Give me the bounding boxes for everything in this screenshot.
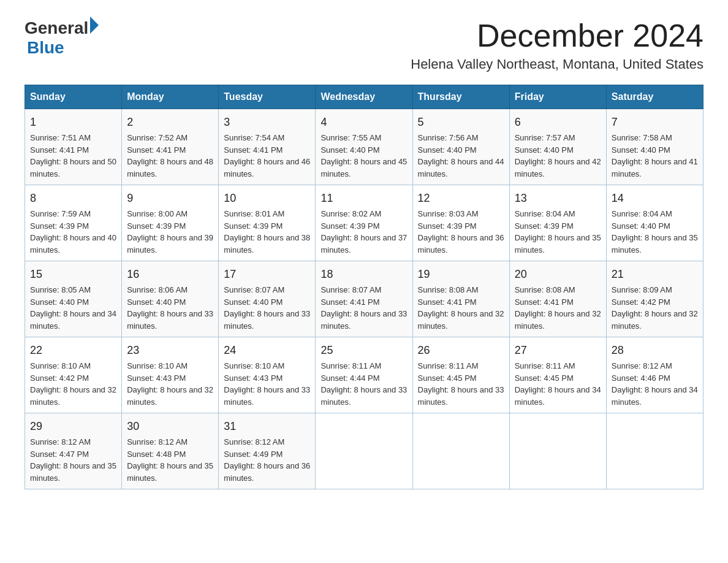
calendar-cell: 6 Sunrise: 7:57 AMSunset: 4:40 PMDayligh… xyxy=(509,109,606,185)
day-info: Sunrise: 8:10 AMSunset: 4:43 PMDaylight:… xyxy=(127,361,213,407)
day-info: Sunrise: 8:12 AMSunset: 4:47 PMDaylight:… xyxy=(30,437,116,483)
calendar-week-row: 29 Sunrise: 8:12 AMSunset: 4:47 PMDaylig… xyxy=(25,413,703,489)
day-number: 22 xyxy=(30,342,116,359)
calendar-cell xyxy=(606,413,703,489)
day-number: 3 xyxy=(224,114,310,131)
day-number: 6 xyxy=(515,114,601,131)
location-title: Helena Valley Northeast, Montana, United… xyxy=(411,56,703,72)
day-number: 17 xyxy=(224,266,310,283)
day-info: Sunrise: 8:08 AMSunset: 4:41 PMDaylight:… xyxy=(515,285,601,331)
calendar-cell: 17 Sunrise: 8:07 AMSunset: 4:40 PMDaylig… xyxy=(219,261,316,337)
day-info: Sunrise: 8:07 AMSunset: 4:40 PMDaylight:… xyxy=(224,285,310,331)
calendar-table: SundayMondayTuesdayWednesdayThursdayFrid… xyxy=(25,85,703,489)
day-info: Sunrise: 7:58 AMSunset: 4:40 PMDaylight:… xyxy=(612,133,698,178)
page-header: General Blue December 2024 Helena Valley… xyxy=(25,18,703,72)
calendar-cell: 11 Sunrise: 8:02 AMSunset: 4:39 PMDaylig… xyxy=(316,185,412,261)
day-info: Sunrise: 8:06 AMSunset: 4:40 PMDaylight:… xyxy=(127,285,213,331)
day-info: Sunrise: 8:10 AMSunset: 4:42 PMDaylight:… xyxy=(30,361,116,407)
day-info: Sunrise: 7:54 AMSunset: 4:41 PMDaylight:… xyxy=(224,133,310,178)
day-info: Sunrise: 7:59 AMSunset: 4:39 PMDaylight:… xyxy=(30,209,116,255)
day-number: 15 xyxy=(30,266,116,283)
day-number: 9 xyxy=(127,190,213,207)
header-monday: Monday xyxy=(122,85,219,109)
logo-triangle-icon xyxy=(90,17,99,34)
calendar-cell: 25 Sunrise: 8:11 AMSunset: 4:44 PMDaylig… xyxy=(316,337,412,413)
day-info: Sunrise: 8:03 AMSunset: 4:39 PMDaylight:… xyxy=(418,209,504,255)
day-info: Sunrise: 7:57 AMSunset: 4:40 PMDaylight:… xyxy=(515,133,601,178)
calendar-cell: 1 Sunrise: 7:51 AMSunset: 4:41 PMDayligh… xyxy=(25,109,122,185)
calendar-cell: 18 Sunrise: 8:07 AMSunset: 4:41 PMDaylig… xyxy=(316,261,412,337)
day-number: 29 xyxy=(30,418,116,435)
header-thursday: Thursday xyxy=(412,85,509,109)
day-info: Sunrise: 8:04 AMSunset: 4:39 PMDaylight:… xyxy=(515,209,601,255)
day-number: 8 xyxy=(30,190,116,207)
day-number: 24 xyxy=(224,342,310,359)
day-info: Sunrise: 8:11 AMSunset: 4:44 PMDaylight:… xyxy=(320,361,407,407)
day-info: Sunrise: 8:12 AMSunset: 4:49 PMDaylight:… xyxy=(224,437,310,483)
day-number: 11 xyxy=(320,190,407,207)
logo: General Blue xyxy=(25,18,99,58)
calendar-cell: 16 Sunrise: 8:06 AMSunset: 4:40 PMDaylig… xyxy=(122,261,219,337)
day-number: 7 xyxy=(612,114,698,131)
calendar-week-row: 15 Sunrise: 8:05 AMSunset: 4:40 PMDaylig… xyxy=(25,261,703,337)
day-number: 20 xyxy=(515,266,601,283)
calendar-header-row: SundayMondayTuesdayWednesdayThursdayFrid… xyxy=(25,85,703,109)
day-info: Sunrise: 8:02 AMSunset: 4:39 PMDaylight:… xyxy=(320,209,407,255)
day-info: Sunrise: 8:04 AMSunset: 4:40 PMDaylight:… xyxy=(612,209,698,255)
day-number: 19 xyxy=(418,266,504,283)
day-number: 13 xyxy=(515,190,601,207)
day-number: 28 xyxy=(612,342,698,359)
calendar-cell: 29 Sunrise: 8:12 AMSunset: 4:47 PMDaylig… xyxy=(25,413,122,489)
calendar-cell: 19 Sunrise: 8:08 AMSunset: 4:41 PMDaylig… xyxy=(412,261,509,337)
header-sunday: Sunday xyxy=(25,85,122,109)
calendar-week-row: 22 Sunrise: 8:10 AMSunset: 4:42 PMDaylig… xyxy=(25,337,703,413)
day-number: 18 xyxy=(320,266,407,283)
day-number: 16 xyxy=(127,266,213,283)
day-number: 4 xyxy=(320,114,407,131)
day-info: Sunrise: 8:00 AMSunset: 4:39 PMDaylight:… xyxy=(127,209,213,255)
day-info: Sunrise: 7:56 AMSunset: 4:40 PMDaylight:… xyxy=(418,133,504,178)
calendar-cell: 8 Sunrise: 7:59 AMSunset: 4:39 PMDayligh… xyxy=(25,185,122,261)
calendar-cell xyxy=(316,413,412,489)
logo-blue-text: Blue xyxy=(27,38,64,57)
day-number: 14 xyxy=(612,190,698,207)
calendar-cell xyxy=(412,413,509,489)
day-number: 5 xyxy=(418,114,504,131)
calendar-cell: 2 Sunrise: 7:52 AMSunset: 4:41 PMDayligh… xyxy=(122,109,219,185)
day-info: Sunrise: 8:12 AMSunset: 4:46 PMDaylight:… xyxy=(612,361,698,407)
calendar-cell: 13 Sunrise: 8:04 AMSunset: 4:39 PMDaylig… xyxy=(509,185,606,261)
logo-general-text: General xyxy=(25,18,88,38)
day-info: Sunrise: 7:52 AMSunset: 4:41 PMDaylight:… xyxy=(127,133,213,178)
calendar-cell: 28 Sunrise: 8:12 AMSunset: 4:46 PMDaylig… xyxy=(606,337,703,413)
day-info: Sunrise: 8:11 AMSunset: 4:45 PMDaylight:… xyxy=(515,361,601,407)
day-number: 27 xyxy=(515,342,601,359)
calendar-cell: 14 Sunrise: 8:04 AMSunset: 4:40 PMDaylig… xyxy=(606,185,703,261)
calendar-cell: 24 Sunrise: 8:10 AMSunset: 4:43 PMDaylig… xyxy=(219,337,316,413)
calendar-week-row: 8 Sunrise: 7:59 AMSunset: 4:39 PMDayligh… xyxy=(25,185,703,261)
day-number: 10 xyxy=(224,190,310,207)
day-info: Sunrise: 8:10 AMSunset: 4:43 PMDaylight:… xyxy=(224,361,310,407)
day-number: 1 xyxy=(30,114,116,131)
day-info: Sunrise: 8:12 AMSunset: 4:48 PMDaylight:… xyxy=(127,437,213,483)
day-number: 26 xyxy=(418,342,504,359)
calendar-cell: 27 Sunrise: 8:11 AMSunset: 4:45 PMDaylig… xyxy=(509,337,606,413)
calendar-cell: 12 Sunrise: 8:03 AMSunset: 4:39 PMDaylig… xyxy=(412,185,509,261)
calendar-cell: 3 Sunrise: 7:54 AMSunset: 4:41 PMDayligh… xyxy=(219,109,316,185)
calendar-cell: 5 Sunrise: 7:56 AMSunset: 4:40 PMDayligh… xyxy=(412,109,509,185)
calendar-cell: 30 Sunrise: 8:12 AMSunset: 4:48 PMDaylig… xyxy=(122,413,219,489)
month-year-title: December 2024 xyxy=(411,18,703,53)
day-number: 30 xyxy=(127,418,213,435)
calendar-cell: 4 Sunrise: 7:55 AMSunset: 4:40 PMDayligh… xyxy=(316,109,412,185)
header-tuesday: Tuesday xyxy=(219,85,316,109)
day-info: Sunrise: 7:55 AMSunset: 4:40 PMDaylight:… xyxy=(320,133,407,178)
calendar-week-row: 1 Sunrise: 7:51 AMSunset: 4:41 PMDayligh… xyxy=(25,109,703,185)
day-info: Sunrise: 8:01 AMSunset: 4:39 PMDaylight:… xyxy=(224,209,310,255)
day-info: Sunrise: 8:07 AMSunset: 4:41 PMDaylight:… xyxy=(320,285,407,331)
calendar-cell xyxy=(509,413,606,489)
calendar-cell: 23 Sunrise: 8:10 AMSunset: 4:43 PMDaylig… xyxy=(122,337,219,413)
day-number: 12 xyxy=(418,190,504,207)
calendar-cell: 31 Sunrise: 8:12 AMSunset: 4:49 PMDaylig… xyxy=(219,413,316,489)
calendar-cell: 9 Sunrise: 8:00 AMSunset: 4:39 PMDayligh… xyxy=(122,185,219,261)
calendar-cell: 20 Sunrise: 8:08 AMSunset: 4:41 PMDaylig… xyxy=(509,261,606,337)
calendar-cell: 21 Sunrise: 8:09 AMSunset: 4:42 PMDaylig… xyxy=(606,261,703,337)
